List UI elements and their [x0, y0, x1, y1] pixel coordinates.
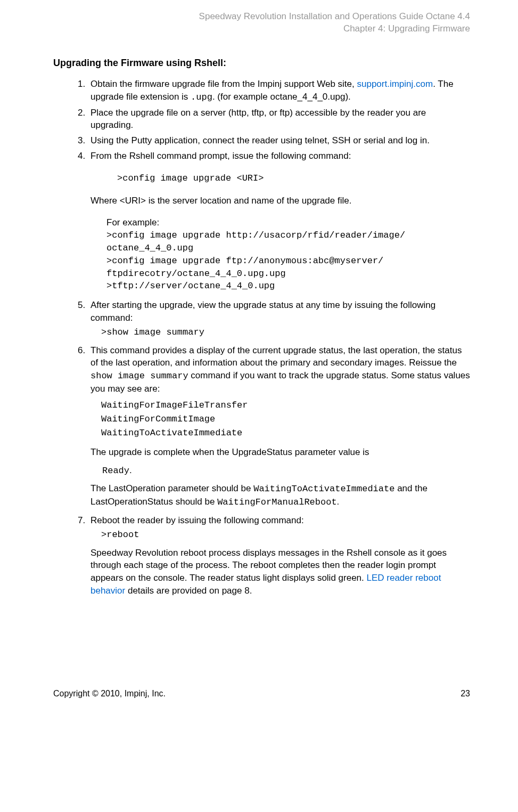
last-operation-desc: The LastOperation parameter should be Wa…	[91, 482, 470, 509]
example-tftp: >tftp://server/octane_4_4_0.upg	[106, 280, 470, 293]
ready-value: Ready.	[102, 464, 470, 477]
show-image-summary-inline: show image summary	[91, 371, 188, 381]
show-summary-command: >show image summary	[101, 326, 470, 339]
step-3: Using the Putty application, connect the…	[88, 134, 470, 147]
example-http: >config image upgrade http://usacorp/rfi…	[106, 229, 470, 255]
page-number: 23	[461, 688, 470, 700]
upgrade-complete-desc: The upgrade is complete when the Upgrade…	[91, 446, 470, 459]
step-4: From the Rshell command prompt, issue th…	[88, 150, 470, 293]
step-6: This command provides a display of the c…	[88, 344, 470, 509]
support-link[interactable]: support.impinj.com	[357, 79, 433, 89]
example-ftp: >config image upgrade ftp://anonymous:ab…	[106, 255, 470, 280]
header-line1: Speedway Revolution Installation and Ope…	[53, 11, 470, 23]
upg-extension: .upg	[191, 92, 212, 102]
step-5: After starting the upgrade, view the upg…	[88, 299, 470, 338]
step-7: Reboot the reader by issuing the followi…	[88, 514, 470, 597]
copyright-text: Copyright © 2010, Impinj, Inc.	[53, 688, 166, 700]
steps-list: Obtain the firmware upgrade file from th…	[53, 78, 470, 597]
page-footer: Copyright © 2010, Impinj, Inc. 23	[53, 688, 470, 705]
reboot-desc: Speedway Revolution reboot process displ…	[91, 547, 470, 597]
status-waiting-activate: WaitingToActivateImmediate	[101, 426, 470, 440]
header-line2: Chapter 4: Upgrading Firmware	[53, 23, 470, 35]
status-waiting-transfer: WaitingForImageFileTransfer	[101, 399, 470, 412]
status-values: WaitingForImageFileTransfer WaitingForCo…	[101, 399, 470, 441]
where-uri-desc: Where <URI> is the server location and n…	[91, 194, 470, 207]
status-waiting-commit: WaitingForCommitImage	[101, 412, 470, 426]
config-upgrade-command: >config image upgrade <URI>	[117, 172, 470, 185]
page-header: Speedway Revolution Installation and Ope…	[53, 11, 470, 35]
example-block: For example: >config image upgrade http:…	[106, 216, 470, 293]
step-2: Place the upgrade file on a server (http…	[88, 107, 470, 132]
reboot-command: >reboot	[101, 529, 470, 541]
example-label: For example:	[106, 216, 470, 229]
section-title: Upgrading the Firmware using Rshell:	[53, 56, 470, 70]
step-1: Obtain the firmware upgrade file from th…	[88, 78, 470, 104]
